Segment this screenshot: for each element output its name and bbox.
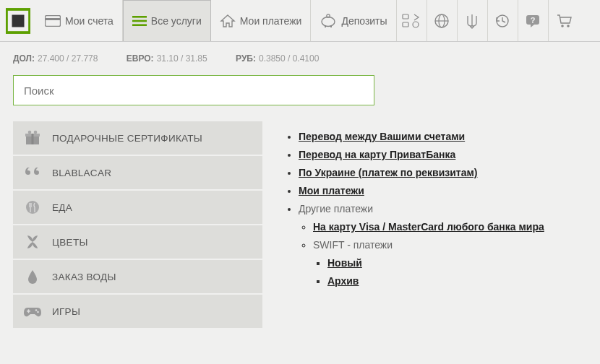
cart-icon <box>555 13 573 29</box>
tree-item: На карту Visa / MasterCard любого банка … <box>313 221 587 233</box>
svg-point-31 <box>37 311 39 313</box>
trident-icon <box>465 13 479 29</box>
svg-point-20 <box>561 25 564 27</box>
category-food[interactable]: ЕДА <box>13 191 262 224</box>
home-icon <box>220 14 236 28</box>
nav-history[interactable] <box>488 0 518 41</box>
svg-rect-6 <box>132 24 147 26</box>
svg-point-7 <box>322 17 335 26</box>
svg-rect-1 <box>12 14 25 27</box>
gamepad-icon <box>23 304 42 318</box>
svg-text:?: ? <box>531 15 536 24</box>
globe-icon <box>434 13 450 29</box>
svg-rect-2 <box>46 15 61 26</box>
svg-rect-11 <box>403 14 408 19</box>
usd-label: ДОЛ: <box>13 53 35 64</box>
tree-item: Перевод между Вашими счетами <box>299 131 587 142</box>
link-ukraine-requisites[interactable]: По Украине (платеж по реквизитам) <box>299 167 478 178</box>
link-transfer-privat[interactable]: Перевод на карту ПриватБанка <box>299 149 455 160</box>
nav-deposits-label: Депозиты <box>341 15 387 27</box>
bank-logo-icon <box>6 8 30 34</box>
svg-point-13 <box>413 22 419 27</box>
nav-payments[interactable]: Мои платежи <box>211 0 312 41</box>
card-icon <box>45 15 61 27</box>
category-games[interactable]: ИГРЫ <box>13 295 262 328</box>
tree-item: По Украине (платеж по реквизитам) <box>299 167 587 178</box>
category-list: ПОДАРОЧНЫЕ СЕРТИФИКАТЫ BLABLACAR ЕДА ЦВЕ… <box>13 121 262 329</box>
list-icon <box>132 15 147 27</box>
nav-deposits[interactable]: Депозиты <box>311 0 396 41</box>
nav-accounts[interactable]: Мои счета <box>36 0 123 41</box>
eur-value: 31.10 / 31.85 <box>157 53 207 64</box>
label-other-payments: Другие платежи <box>299 203 373 214</box>
services-tree: Перевод между Вашими счетами Перевод на … <box>284 121 587 329</box>
search-input[interactable] <box>13 75 374 105</box>
category-flowers[interactable]: ЦВЕТЫ <box>13 225 262 259</box>
top-navigation: Мои счета Все услуги Мои платежи Депозит… <box>0 0 600 42</box>
tree-item: Другие платежи На карту Visa / MasterCar… <box>299 203 587 287</box>
quotes-icon <box>23 165 42 181</box>
nav-services[interactable]: Все услуги <box>123 0 211 41</box>
currency-rates: ДОЛ:27.400 / 27.778 ЕВРО:31.10 / 31.85 Р… <box>0 42 600 71</box>
label-swift: SWIFT - платежи <box>313 239 393 251</box>
link-swift-archive[interactable]: Архив <box>327 275 359 287</box>
gift-icon <box>23 130 42 146</box>
category-blablacar[interactable]: BLABLACAR <box>13 156 262 189</box>
nav-tickets[interactable] <box>397 0 427 41</box>
svg-rect-29 <box>28 309 30 313</box>
history-icon <box>494 13 510 29</box>
category-water[interactable]: ЗАКАЗ ВОДЫ <box>13 260 262 293</box>
category-label: ИГРЫ <box>52 306 80 317</box>
piggy-icon <box>320 14 337 28</box>
nav-trident[interactable] <box>458 0 488 41</box>
link-visa-mc-world[interactable]: На карту Visa / MasterCard любого банка … <box>313 221 544 233</box>
svg-rect-4 <box>132 16 147 18</box>
flower-icon <box>23 234 42 250</box>
svg-rect-9 <box>325 25 326 27</box>
svg-point-25 <box>28 131 32 134</box>
category-label: BLABLACAR <box>52 168 111 178</box>
water-icon <box>23 269 42 285</box>
tree-item: Архив <box>327 275 587 287</box>
nav-payments-label: Мои платежи <box>240 15 302 27</box>
category-label: ПОДАРОЧНЫЕ СЕРТИФИКАТЫ <box>52 133 202 144</box>
transport-icon <box>402 13 421 29</box>
usd-value: 27.400 / 27.778 <box>38 53 98 64</box>
category-label: ЦВЕТЫ <box>52 237 88 248</box>
nav-services-label: Все услуги <box>151 15 202 27</box>
category-gift[interactable]: ПОДАРОЧНЫЕ СЕРТИФИКАТЫ <box>13 121 262 155</box>
svg-point-30 <box>35 309 38 311</box>
tree-item: Мои платежи <box>299 185 587 196</box>
svg-rect-3 <box>46 18 61 20</box>
tree-item: SWIFT - платежи Новый Архив <box>313 239 587 287</box>
svg-point-21 <box>567 25 570 27</box>
link-transfer-own[interactable]: Перевод между Вашими счетами <box>299 131 465 142</box>
rub-value: 0.3850 / 0.4100 <box>259 53 319 64</box>
rub-label: РУБ: <box>236 53 256 64</box>
tree-item: Новый <box>327 257 587 269</box>
svg-rect-5 <box>132 20 147 22</box>
logo[interactable] <box>0 0 36 41</box>
svg-point-26 <box>34 131 38 134</box>
category-label: ЕДА <box>52 202 72 213</box>
eur-label: ЕВРО: <box>127 53 154 64</box>
svg-rect-24 <box>32 134 34 144</box>
svg-point-27 <box>26 201 39 214</box>
food-icon <box>23 199 42 215</box>
help-icon: ? <box>524 13 541 29</box>
nav-accounts-label: Мои счета <box>65 15 113 27</box>
tree-item: Перевод на карту ПриватБанка <box>299 149 587 160</box>
search-container <box>0 71 600 121</box>
nav-help[interactable]: ? <box>518 0 549 41</box>
link-my-payments[interactable]: Мои платежи <box>299 185 364 196</box>
main-content: ПОДАРОЧНЫЕ СЕРТИФИКАТЫ BLABLACAR ЕДА ЦВЕ… <box>0 121 600 329</box>
nav-globe[interactable] <box>427 0 458 41</box>
link-swift-new[interactable]: Новый <box>327 257 362 269</box>
svg-rect-10 <box>330 25 332 27</box>
nav-cart[interactable] <box>549 0 579 41</box>
svg-rect-12 <box>403 22 408 27</box>
category-label: ЗАКАЗ ВОДЫ <box>52 272 116 282</box>
